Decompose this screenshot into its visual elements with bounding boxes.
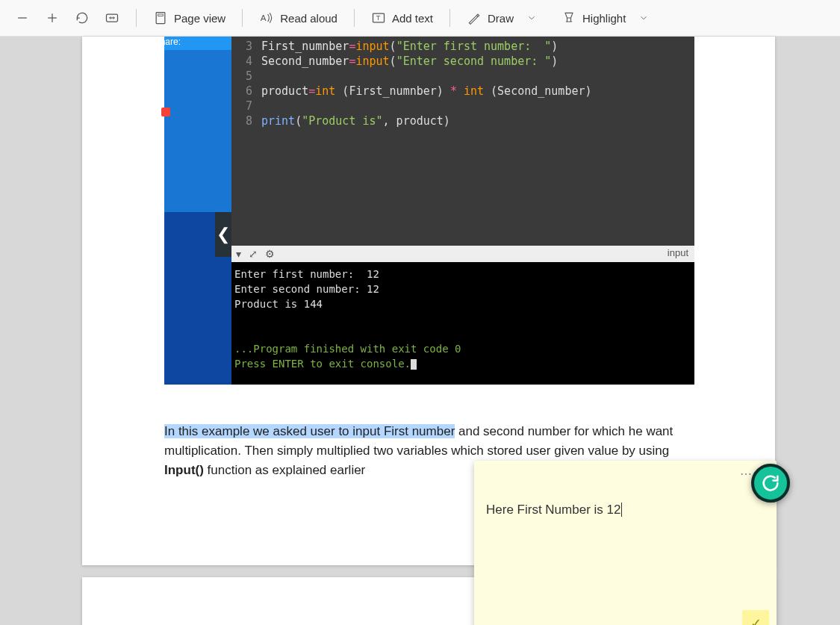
sticky-note[interactable]: ⋯ ✕ Here First Number is 12 ✓	[474, 461, 777, 625]
grammarly-badge[interactable]	[751, 464, 790, 503]
note-confirm-button[interactable]: ✓	[742, 610, 769, 625]
toolbar-divider	[136, 9, 137, 27]
ide-sidebar: ag Share: ng tions	[164, 37, 231, 385]
pdf-toolbar: Page view A Read aloud T Add text Draw H…	[0, 0, 840, 37]
settings-icon[interactable]: ⚙	[265, 248, 275, 260]
add-text-label: Add text	[392, 12, 433, 25]
code-editor: 345678 First_numnber=input("Enter first …	[231, 37, 694, 246]
read-aloud-label: Read aloud	[280, 12, 337, 25]
terminal-output: Enter first number: 12 Enter second numb…	[231, 262, 694, 385]
code-screenshot: ag Share: ng tions ❮ 345678 First_numnbe…	[164, 37, 694, 385]
note-text[interactable]: Here First Number is 12	[486, 503, 622, 517]
collapse-sidebar-button[interactable]: ❮	[215, 212, 231, 257]
chevron-left-icon: ❮	[217, 225, 230, 244]
highlight-button[interactable]: Highlight	[554, 6, 659, 30]
sidebar-item: ng	[142, 128, 152, 139]
console-tab-label[interactable]: input	[668, 247, 688, 258]
rotate-button[interactable]	[67, 6, 97, 30]
chevron-down-icon	[524, 10, 539, 25]
page-view-icon	[153, 10, 168, 25]
svg-text:T: T	[376, 14, 381, 22]
draw-button[interactable]: Draw	[459, 6, 547, 30]
draw-label: Draw	[488, 12, 514, 25]
check-icon: ✓	[750, 615, 762, 625]
notification-badge-icon	[161, 108, 170, 116]
fit-page-button[interactable]	[97, 6, 127, 30]
chevron-down-icon	[636, 10, 651, 25]
document-viewport[interactable]: ag Share: ng tions ❮ 345678 First_numnbe…	[0, 37, 840, 625]
zoom-out-button[interactable]	[7, 6, 37, 30]
chevron-down-icon[interactable]: ▾	[236, 248, 241, 260]
code-content: First_numnber=input("Enter first number:…	[261, 39, 592, 128]
zoom-in-button[interactable]	[37, 6, 67, 30]
console-header: ▾ ⤢ ⚙ input	[231, 246, 694, 262]
expand-icon[interactable]: ⤢	[249, 248, 258, 260]
read-aloud-button[interactable]: A Read aloud	[252, 6, 345, 30]
add-text-icon: T	[371, 10, 386, 25]
page-view-label: Page view	[174, 12, 225, 25]
toolbar-divider	[242, 9, 243, 27]
toolbar-divider	[354, 9, 355, 27]
highlight-icon	[561, 10, 576, 25]
grammarly-icon	[760, 473, 781, 494]
rotate-icon	[75, 10, 90, 25]
svg-rect-6	[158, 14, 164, 16]
read-aloud-icon: A	[259, 10, 274, 25]
plus-icon	[45, 10, 60, 25]
draw-icon	[467, 10, 482, 25]
svg-text:A: A	[261, 13, 267, 22]
sidebar-item: tions	[142, 151, 164, 161]
fit-icon	[105, 10, 119, 25]
highlight-label: Highlight	[582, 12, 626, 25]
add-text-button[interactable]: T Add text	[364, 6, 441, 30]
note-menu-button[interactable]: ⋯	[740, 467, 752, 481]
line-gutter: 345678	[231, 37, 258, 246]
terminal-cursor	[411, 359, 417, 370]
minus-icon	[15, 10, 30, 25]
toolbar-divider	[449, 9, 450, 27]
highlighted-text: In this example we asked user to input F…	[164, 424, 455, 438]
page-view-button[interactable]: Page view	[146, 6, 233, 30]
sidebar-share-text: ag Share:	[142, 37, 181, 47]
